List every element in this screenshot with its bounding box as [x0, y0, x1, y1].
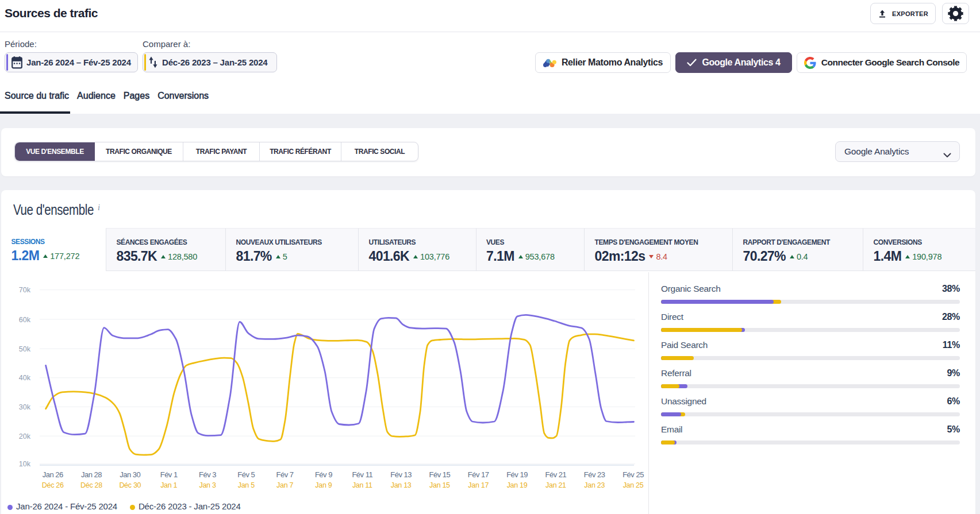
svg-text:40k: 40k [19, 374, 31, 382]
svg-text:Fév 23: Fév 23 [584, 470, 605, 479]
svg-text:Fév 19: Fév 19 [506, 470, 528, 479]
svg-text:Jan 3: Jan 3 [199, 481, 216, 489]
svg-text:Jan 23: Jan 23 [584, 481, 605, 489]
svg-text:Déc 28: Déc 28 [80, 481, 102, 489]
svg-text:Fév 9: Fév 9 [315, 470, 332, 479]
svg-text:Fév 7: Fév 7 [276, 470, 294, 479]
svg-text:70k: 70k [19, 286, 31, 294]
svg-text:Jan 28: Jan 28 [81, 470, 102, 479]
svg-text:Jan 21: Jan 21 [545, 481, 566, 489]
svg-text:Jan 17: Jan 17 [468, 481, 489, 489]
svg-text:Jan 25: Jan 25 [623, 481, 644, 489]
svg-text:Jan 19: Jan 19 [507, 481, 528, 489]
svg-text:50k: 50k [19, 345, 31, 353]
svg-text:Fév 17: Fév 17 [468, 470, 489, 479]
svg-text:Jan 26: Jan 26 [43, 470, 63, 479]
svg-text:10k: 10k [19, 460, 31, 468]
svg-text:Fév 21: Fév 21 [545, 470, 567, 479]
svg-text:Jan 9: Jan 9 [315, 481, 332, 489]
svg-text:Jan 30: Jan 30 [120, 470, 140, 479]
svg-text:Jan 5: Jan 5 [238, 481, 255, 489]
svg-text:Jan 15: Jan 15 [429, 481, 450, 489]
svg-text:Fév 3: Fév 3 [199, 470, 216, 479]
svg-text:Fév 25: Fév 25 [622, 470, 644, 479]
svg-text:Fév 5: Fév 5 [237, 470, 255, 479]
svg-text:Fév 13: Fév 13 [390, 470, 412, 479]
svg-text:Fév 1: Fév 1 [160, 470, 178, 479]
svg-text:Déc 26: Déc 26 [42, 481, 64, 489]
svg-text:Jan 1: Jan 1 [160, 481, 177, 489]
svg-text:30k: 30k [19, 403, 31, 411]
svg-text:Fév 15: Fév 15 [429, 470, 451, 479]
svg-text:Fév 11: Fév 11 [352, 470, 372, 479]
svg-text:Déc 30: Déc 30 [119, 481, 141, 489]
svg-text:20k: 20k [19, 432, 31, 440]
svg-text:Jan 11: Jan 11 [352, 481, 372, 489]
svg-text:60k: 60k [19, 316, 31, 324]
svg-text:Jan 13: Jan 13 [391, 481, 412, 489]
svg-text:Jan 7: Jan 7 [276, 481, 293, 489]
